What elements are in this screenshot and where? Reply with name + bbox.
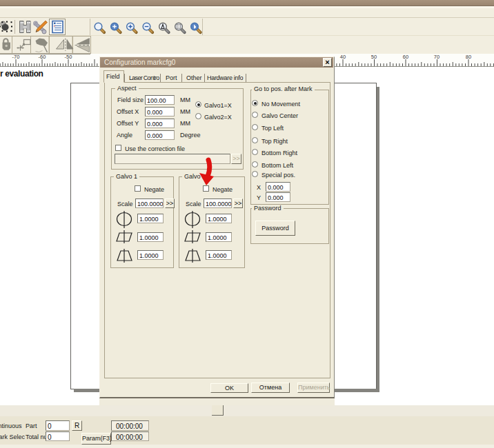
svg-text:70: 70 — [434, 54, 439, 60]
svg-text:80: 80 — [466, 54, 471, 60]
svg-text:50: 50 — [371, 54, 377, 60]
svg-text:40: 40 — [340, 54, 346, 60]
svg-text:60: 60 — [403, 54, 408, 60]
